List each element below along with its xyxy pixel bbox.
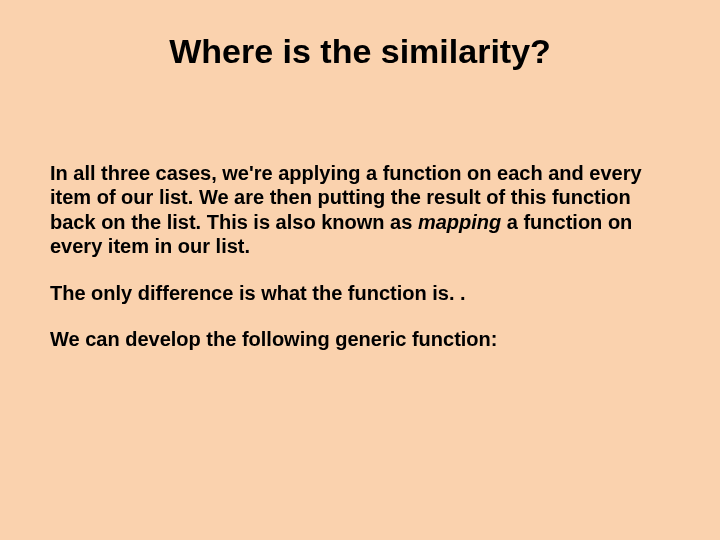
paragraph-1: In all three cases, we're applying a fun…: [50, 161, 670, 259]
slide-body: In all three cases, we're applying a fun…: [50, 161, 670, 351]
para1-emphasis: mapping: [418, 211, 501, 233]
paragraph-2: The only difference is what the function…: [50, 281, 670, 305]
paragraph-3: We can develop the following generic fun…: [50, 327, 670, 351]
slide-title: Where is the similarity?: [50, 32, 670, 71]
